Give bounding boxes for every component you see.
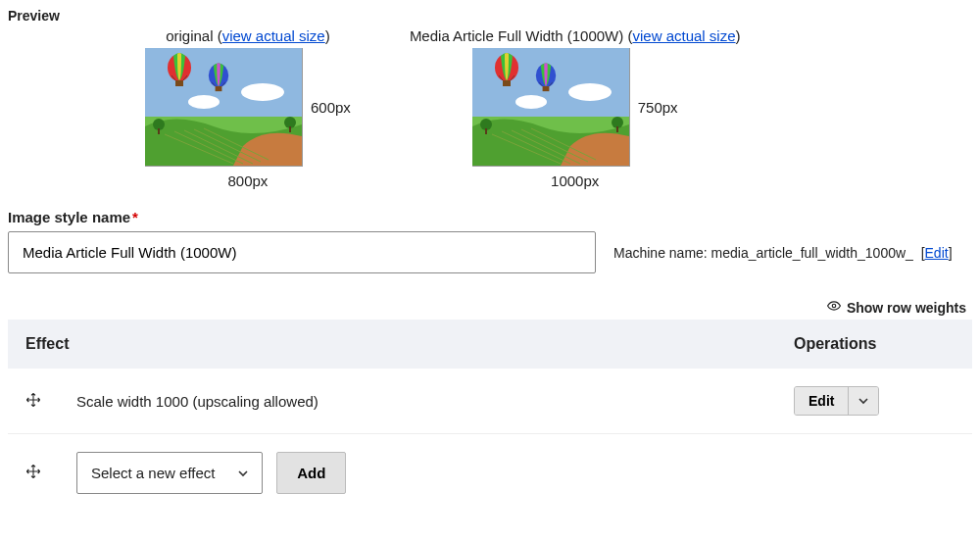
effect-row-label: Scale width 1000 (upscaling allowed) [59,369,776,434]
preview-styled-caption-suffix: ) [736,27,741,44]
edit-dropbutton: Edit [794,386,879,416]
preview-original-caption-prefix: original ( [166,27,222,44]
image-style-name-label-text: Image style name [8,209,130,225]
preview-original-caption-suffix: ) [325,27,330,44]
add-effect-button[interactable]: Add [276,452,346,494]
svg-point-3 [188,95,220,109]
svg-point-42 [832,304,836,308]
drag-handle-icon[interactable] [25,392,41,411]
svg-point-2 [241,83,284,101]
svg-rect-34 [485,128,487,134]
chevron-down-icon [238,465,248,481]
machine-name-edit-link[interactable]: Edit [925,245,949,261]
image-style-name-label: Image style name* [8,209,972,225]
svg-point-23 [568,83,612,101]
preview-styled-caption-prefix: Media Article Full Width (1000W) ( [410,27,633,44]
preview-section-label: Preview [8,8,972,24]
svg-rect-13 [158,128,160,134]
chevron-down-icon [858,396,868,406]
svg-rect-26 [503,80,511,86]
required-marker-icon: * [132,209,138,225]
machine-name-value: media_article_full_width_1000w_ [711,245,913,261]
edit-dropdown-toggle[interactable] [849,387,878,415]
preview-original-height: 600px [311,99,351,116]
svg-rect-9 [216,86,222,91]
preview-styled-caption: Media Article Full Width (1000W) (view a… [410,27,741,44]
preview-original-thumbnail [145,48,303,167]
svg-rect-36 [616,126,618,132]
effects-table: Effect Operations Scale width 1000 (upsc… [8,320,972,512]
drag-handle-icon[interactable] [25,464,41,482]
svg-rect-15 [289,126,291,132]
preview-original-link[interactable]: view actual size [222,27,325,44]
preview-styled-width: 1000px [551,172,599,189]
effects-col-effect: Effect [8,320,776,369]
image-style-name-input[interactable] [8,231,596,273]
table-row: Scale width 1000 (upscaling allowed) Edi… [8,369,972,434]
new-effect-select[interactable]: Select a new effect [76,452,263,494]
new-effect-select-value: Select a new effect [91,465,215,481]
eye-icon [827,299,841,316]
preview-original-caption: original (view actual size) [166,27,330,44]
svg-point-24 [515,95,547,109]
edit-button[interactable]: Edit [795,387,849,415]
show-row-weights-toggle[interactable]: Show row weights [8,299,972,316]
preview-styled-link[interactable]: view actual size [632,27,735,44]
preview-original-width: 800px [228,172,269,189]
svg-rect-30 [542,86,549,91]
preview-styled: Media Article Full Width (1000W) (view a… [410,27,741,189]
machine-name-label: Machine name: [613,245,711,261]
preview-container: original (view actual size) [145,27,972,189]
effects-col-operations: Operations [776,320,972,369]
svg-rect-5 [175,80,183,86]
show-row-weights-label: Show row weights [847,300,966,316]
preview-styled-height: 750px [638,99,678,116]
preview-styled-thumbnail [472,48,630,167]
preview-original: original (view actual size) [145,27,351,189]
table-row: Select a new effect Add [8,434,972,513]
machine-name-display: Machine name: media_article_full_width_1… [613,245,953,261]
